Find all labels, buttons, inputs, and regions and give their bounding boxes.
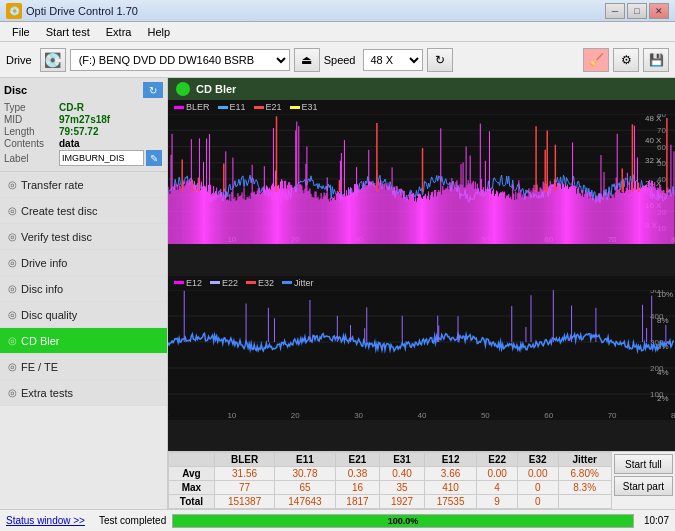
drive-icon: 💽: [40, 48, 66, 72]
menubar: File Start test Extra Help: [0, 22, 675, 42]
drive-select[interactable]: (F:) BENQ DVD DD DW1640 BSRB: [70, 49, 290, 71]
legend-e21: E21: [266, 102, 282, 112]
type-label: Type: [4, 102, 59, 113]
avg-bler: 31.56: [214, 467, 274, 481]
avg-e12: 3.66: [424, 467, 477, 481]
sidebar-item-drive-info[interactable]: ◎ Drive info: [0, 250, 167, 276]
length-value: 79:57.72: [59, 126, 98, 137]
clear-button[interactable]: 🧹: [583, 48, 609, 72]
disc-refresh-button[interactable]: ↻: [143, 82, 163, 98]
start-full-button[interactable]: Start full: [614, 454, 673, 474]
chart1-legend: BLER E11 E21 E31: [168, 100, 675, 114]
max-label: Max: [169, 481, 215, 495]
stats-row-total: Total 151387 147643 1817 1927 17535 9 0: [169, 495, 612, 509]
stats-header-bler: BLER: [214, 453, 274, 467]
type-value: CD-R: [59, 102, 84, 113]
total-e11: 147643: [275, 495, 335, 509]
stats-header-e11: E11: [275, 453, 335, 467]
total-e12: 17535: [424, 495, 477, 509]
start-part-button[interactable]: Start part: [614, 476, 673, 496]
label-edit-button[interactable]: ✎: [146, 150, 162, 166]
statusbar: Status window >> Test completed 100.0% 1…: [0, 509, 675, 531]
settings-button[interactable]: ⚙: [613, 48, 639, 72]
stats-header-e21: E21: [335, 453, 380, 467]
total-label: Total: [169, 495, 215, 509]
total-e32: 0: [517, 495, 558, 509]
stats-area: BLER E11 E21 E31 E12 E22 E32 Jitter Avg …: [168, 451, 675, 509]
menu-start-test[interactable]: Start test: [38, 24, 98, 40]
create-test-disc-icon: ◎: [8, 205, 17, 216]
status-window-link[interactable]: Status window >>: [6, 515, 85, 526]
contents-label: Contents: [4, 138, 59, 149]
label-input[interactable]: [59, 150, 144, 166]
max-e31: 35: [380, 481, 425, 495]
legend-e22: E22: [222, 278, 238, 288]
stats-buttons: Start full Start part: [612, 452, 675, 509]
avg-e31: 0.40: [380, 467, 425, 481]
content-area: CD Bler BLER E11 E21 E31 E12 E22 E32 Jit…: [168, 78, 675, 509]
max-e11: 65: [275, 481, 335, 495]
maximize-button[interactable]: □: [627, 3, 647, 19]
avg-e21: 0.38: [335, 467, 380, 481]
stats-row-avg: Avg 31.56 30.78 0.38 0.40 3.66 0.00 0.00…: [169, 467, 612, 481]
max-bler: 77: [214, 481, 274, 495]
total-e21: 1817: [335, 495, 380, 509]
legend-e12: E12: [186, 278, 202, 288]
progress-bar-container: 100.0%: [172, 514, 634, 528]
window-controls: ─ □ ✕: [605, 3, 669, 19]
sidebar-label-fe-te: FE / TE: [21, 361, 58, 373]
chart2-legend: E12 E22 E32 Jitter: [168, 276, 675, 290]
refresh-button[interactable]: ↻: [427, 48, 453, 72]
avg-e22: 0.00: [477, 467, 518, 481]
menu-file[interactable]: File: [4, 24, 38, 40]
sidebar-item-cd-bler[interactable]: ◎ CD Bler: [0, 328, 167, 354]
speed-label: Speed: [324, 54, 356, 66]
sidebar-item-extra-tests[interactable]: ◎ Extra tests: [0, 380, 167, 406]
minimize-button[interactable]: ─: [605, 3, 625, 19]
max-e32: 0: [517, 481, 558, 495]
avg-label: Avg: [169, 467, 215, 481]
sidebar-item-transfer-rate[interactable]: ◎ Transfer rate: [0, 172, 167, 198]
sidebar: Disc ↻ Type CD-R MID 97m27s18f Length 79…: [0, 78, 168, 509]
close-button[interactable]: ✕: [649, 3, 669, 19]
avg-e11: 30.78: [275, 467, 335, 481]
mid-value: 97m27s18f: [59, 114, 110, 125]
menu-help[interactable]: Help: [139, 24, 178, 40]
sidebar-item-verify-test-disc[interactable]: ◎ Verify test disc: [0, 224, 167, 250]
legend-e31: E31: [302, 102, 318, 112]
fe-te-icon: ◎: [8, 361, 17, 372]
stats-header-e31: E31: [380, 453, 425, 467]
chart-title-icon: [176, 82, 190, 96]
sidebar-item-fe-te[interactable]: ◎ FE / TE: [0, 354, 167, 380]
eject-button[interactable]: ⏏: [294, 48, 320, 72]
total-bler: 151387: [214, 495, 274, 509]
legend-e11: E11: [230, 102, 246, 112]
stats-row-max: Max 77 65 16 35 410 4 0 8.3%: [169, 481, 612, 495]
sidebar-label-verify-test-disc: Verify test disc: [21, 231, 92, 243]
legend-jitter: Jitter: [294, 278, 314, 288]
sidebar-label-disc-info: Disc info: [21, 283, 63, 295]
avg-jitter: 6.80%: [558, 467, 611, 481]
legend-bler: BLER: [186, 102, 210, 112]
sidebar-item-disc-info[interactable]: ◎ Disc info: [0, 276, 167, 302]
main-layout: Disc ↻ Type CD-R MID 97m27s18f Length 79…: [0, 78, 675, 509]
menu-extra[interactable]: Extra: [98, 24, 140, 40]
save-button[interactable]: 💾: [643, 48, 669, 72]
toolbar: Drive 💽 (F:) BENQ DVD DD DW1640 BSRB ⏏ S…: [0, 42, 675, 78]
window-title: Opti Drive Control 1.70: [26, 5, 138, 17]
chart2-container: [168, 290, 675, 450]
stats-header-e22: E22: [477, 453, 518, 467]
max-jitter: 8.3%: [558, 481, 611, 495]
chart-header: CD Bler: [168, 78, 675, 100]
disc-title: Disc: [4, 84, 27, 96]
titlebar: 💿 Opti Drive Control 1.70 ─ □ ✕: [0, 0, 675, 22]
speed-select[interactable]: 48 X: [363, 49, 423, 71]
sidebar-label-drive-info: Drive info: [21, 257, 67, 269]
max-e22: 4: [477, 481, 518, 495]
total-e22: 9: [477, 495, 518, 509]
sidebar-item-create-test-disc[interactable]: ◎ Create test disc: [0, 198, 167, 224]
max-e21: 16: [335, 481, 380, 495]
progress-text: 100.0%: [173, 515, 633, 527]
sidebar-item-disc-quality[interactable]: ◎ Disc quality: [0, 302, 167, 328]
stats-header-e12: E12: [424, 453, 477, 467]
